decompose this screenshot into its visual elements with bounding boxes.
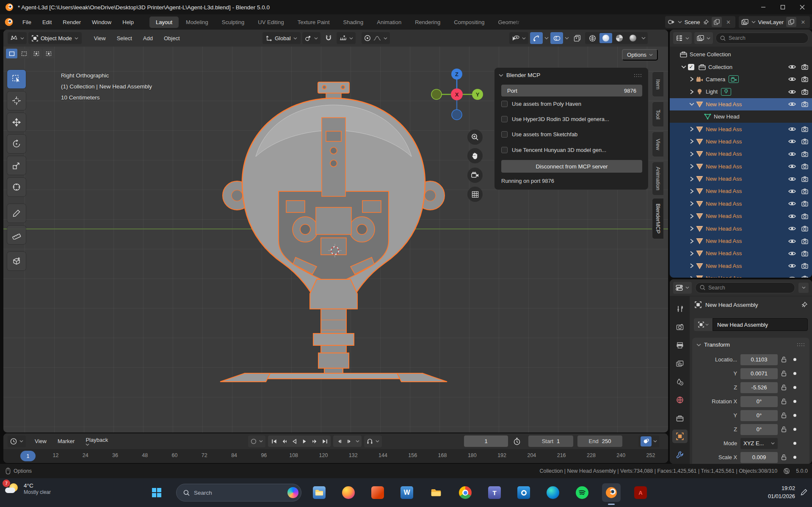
timeline-menu-view[interactable]: View <box>30 436 51 446</box>
eye-visibility-icon[interactable] <box>788 263 796 269</box>
select-mode-select-box[interactable] <box>18 49 30 58</box>
chevron-right-icon[interactable] <box>689 214 694 219</box>
eye-visibility-icon[interactable] <box>788 76 796 82</box>
new-scene-button[interactable] <box>712 17 722 27</box>
animate-property-dot[interactable] <box>793 414 796 417</box>
taskbar-app-microsoft-365[interactable] <box>368 483 387 502</box>
transform-value-field[interactable]: 0.009 <box>740 452 778 463</box>
render-visibility-icon[interactable] <box>801 89 809 95</box>
workspace-tab-geometr[interactable]: Geometr <box>492 17 523 28</box>
outliner-row[interactable]: New Head Ass <box>670 173 812 185</box>
render-visibility-icon[interactable] <box>801 151 809 157</box>
eye-visibility-icon[interactable] <box>788 201 796 207</box>
start-button[interactable] <box>149 485 164 500</box>
taskbar-app-teams[interactable]: T <box>485 483 504 502</box>
snap-magnet-toggle[interactable] <box>322 32 335 44</box>
menu-render[interactable]: Render <box>58 17 86 28</box>
outliner-row[interactable]: New Head Ass <box>670 160 812 173</box>
transform-value-field[interactable]: 0° <box>740 424 778 435</box>
outliner-row[interactable]: New Head Ass <box>670 98 812 110</box>
outliner-filter-dropdown[interactable] <box>694 32 713 44</box>
show-gizmo-toggle[interactable] <box>530 32 543 44</box>
playback-sync-dropdown[interactable] <box>364 435 382 447</box>
animate-property-dot[interactable] <box>793 456 796 459</box>
transform-value-field[interactable]: 0° <box>740 396 778 407</box>
shading-dropdown[interactable] <box>641 36 646 40</box>
shading-solid-button[interactable] <box>599 33 612 43</box>
eye-visibility-icon[interactable] <box>788 89 796 95</box>
workspace-tab-animation[interactable]: Animation <box>370 17 408 28</box>
pin-icon[interactable] <box>703 19 709 25</box>
animate-property-dot[interactable] <box>793 428 796 431</box>
mcp-port-field[interactable]: Port 9876 <box>501 85 642 96</box>
properties-options-dropdown[interactable] <box>798 283 809 293</box>
chevron-right-icon[interactable] <box>689 239 694 244</box>
properties-tab-object[interactable] <box>672 430 688 443</box>
eye-visibility-icon[interactable] <box>788 238 796 244</box>
properties-tab-view-layer[interactable] <box>672 357 688 370</box>
viewport-menu-object[interactable]: Object <box>159 33 185 44</box>
transform-value-field[interactable]: 0° <box>740 410 778 421</box>
model-robot-head[interactable] <box>215 80 452 389</box>
chevron-down-icon[interactable] <box>689 102 694 107</box>
sidebar-tab-blendermcp[interactable]: BlenderMCP <box>652 198 663 239</box>
copilot-icon[interactable] <box>287 487 298 498</box>
mcp-disconnect-button[interactable]: Disconnect from MCP server <box>501 160 642 173</box>
camera-data-icon[interactable] <box>729 75 739 83</box>
chevron-right-icon[interactable] <box>689 89 694 94</box>
chevron-right-icon[interactable] <box>689 127 694 132</box>
select-mode-select-circle[interactable] <box>30 49 42 58</box>
properties-tab-modifiers[interactable] <box>672 448 688 461</box>
render-visibility-icon[interactable] <box>801 201 809 207</box>
mcp-checkbox-row[interactable]: Use assets from Sketchfab <box>501 130 577 139</box>
pan-hand-button[interactable] <box>467 148 483 163</box>
properties-tab-output[interactable] <box>672 339 688 352</box>
transform-value-field[interactable]: 0.0071 <box>740 368 778 379</box>
eye-visibility-icon[interactable] <box>788 276 796 278</box>
tool-annotate[interactable] <box>7 204 26 223</box>
outliner-row[interactable]: New Head Ass <box>670 198 812 210</box>
toggle-ortho-button[interactable] <box>467 187 483 202</box>
menu-window[interactable]: Window <box>87 17 116 28</box>
render-visibility-icon[interactable] <box>801 76 809 82</box>
eye-visibility-icon[interactable] <box>788 226 796 231</box>
properties-search-input[interactable] <box>708 285 790 291</box>
outliner-search-input[interactable] <box>729 35 804 41</box>
outliner-row[interactable]: New Head Ass <box>670 185 812 197</box>
taskbar-app-word[interactable]: W <box>398 483 416 502</box>
collection-checkbox[interactable]: ✓ <box>688 64 694 70</box>
eye-visibility-icon[interactable] <box>788 188 796 194</box>
mcp-checkbox-row[interactable]: Use Hyper3D Rodin 3D model genera... <box>501 114 609 124</box>
outliner-row[interactable]: New Head Ass <box>670 123 812 135</box>
workspace-tab-sculpting[interactable]: Sculpting <box>215 17 251 28</box>
frame-end-field[interactable]: End250 <box>577 435 622 447</box>
next-keyframe-button[interactable] <box>309 436 320 446</box>
lock-icon[interactable] <box>781 384 787 391</box>
tool-measure[interactable] <box>7 226 26 244</box>
render-visibility-icon[interactable] <box>801 176 809 182</box>
checkbox-unchecked-icon[interactable] <box>501 101 508 107</box>
timeline-view-toggle[interactable] <box>638 435 659 447</box>
properties-editor-dropdown[interactable] <box>673 282 692 294</box>
outliner-row[interactable]: New Head Ass <box>670 148 812 160</box>
lock-icon[interactable] <box>781 398 787 405</box>
transform-value-field[interactable]: -5.526 <box>740 382 778 393</box>
animate-property-dot[interactable] <box>793 400 796 403</box>
tool-rotate[interactable] <box>7 135 26 153</box>
mcp-checkbox-row[interactable]: Use assets from Poly Haven <box>501 99 581 108</box>
checkbox-unchecked-icon[interactable] <box>501 131 508 138</box>
sidebar-tab-view[interactable]: View <box>652 132 663 157</box>
proportional-editing-group[interactable] <box>362 32 390 44</box>
chevron-right-icon[interactable] <box>689 201 694 206</box>
weather-widget[interactable]: 7 4°C Mostly clear <box>5 482 51 495</box>
lock-icon[interactable] <box>781 370 787 377</box>
viewport-canvas[interactable]: Right Orthographic (1) Collection | New … <box>3 47 668 433</box>
timeline-menu-marker[interactable]: Marker <box>53 436 79 446</box>
properties-tab-tool[interactable] <box>672 302 688 316</box>
object-data-dropdown[interactable] <box>694 318 713 331</box>
view-layer-selector[interactable]: ViewLayer ✕ <box>739 16 810 28</box>
shading-wireframe-button[interactable] <box>586 33 599 43</box>
chevron-right-icon[interactable] <box>689 164 694 169</box>
chevron-right-icon[interactable] <box>689 77 694 82</box>
animate-property-dot[interactable] <box>793 386 796 389</box>
